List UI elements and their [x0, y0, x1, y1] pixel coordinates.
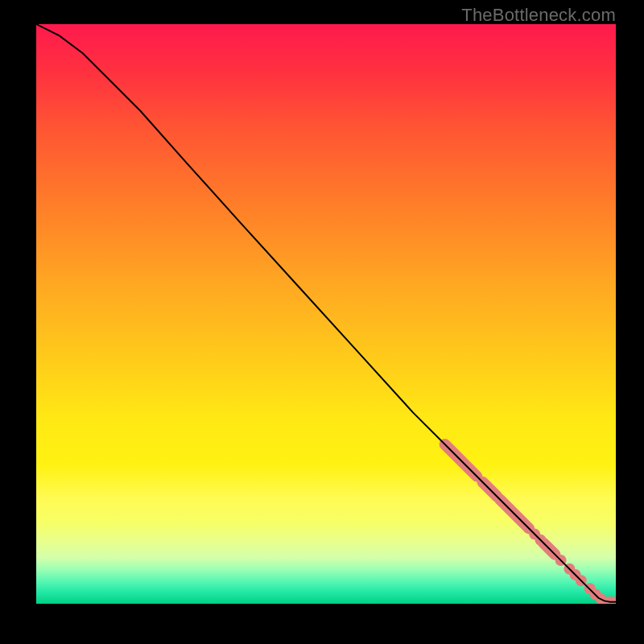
plot-area [36, 24, 616, 604]
highlight-layer [445, 444, 616, 604]
watermark-text: TheBottleneck.com [461, 5, 616, 26]
chart-svg [36, 24, 616, 604]
chart-frame: TheBottleneck.com [0, 0, 644, 644]
curve-line [36, 24, 616, 602]
